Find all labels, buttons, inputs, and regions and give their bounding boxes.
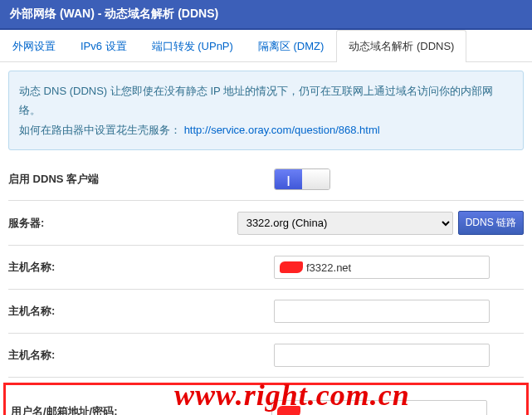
info-text: 动态 DNS (DDNS) 让您即使在没有静态 IP 地址的情况下，仍可在互联网… (19, 81, 513, 120)
row-enable: 启用 DDNS 客户端 | (8, 159, 524, 201)
label-host3: 主机名称: (8, 348, 274, 363)
label-host1: 主机名称: (8, 260, 274, 275)
host1-value: f3322.net (306, 261, 351, 274)
info-prefix: 如何在路由器中设置花生壳服务： (19, 124, 181, 136)
tab-dmz[interactable]: 隔离区 (DMZ) (246, 30, 336, 62)
label-user: 用户名/邮箱地址/密码: (11, 404, 271, 415)
host1-input[interactable]: f3322.net (274, 256, 490, 279)
row-host2: 主机名称: (8, 290, 524, 334)
row-server: 服务器: 3322.org (China) DDNS 链路 (8, 201, 524, 246)
info-howto: 如何在路由器中设置花生壳服务： http://service.oray.com/… (19, 120, 513, 139)
label-enable: 启用 DDNS 客户端 (8, 172, 274, 187)
tab-upnp[interactable]: 端口转发 (UPnP) (139, 30, 246, 62)
row-host1: 主机名称: f3322.net (8, 246, 524, 290)
row-host3: 主机名称: (8, 334, 524, 378)
toggle-off (302, 169, 329, 189)
redact-mark (277, 406, 300, 415)
toggle-on: | (275, 169, 302, 189)
tab-bar: 外网设置 IPv6 设置 端口转发 (UPnP) 隔离区 (DMZ) 动态域名解… (0, 30, 532, 62)
row-user: 用户名/邮箱地址/密码: (11, 388, 521, 415)
info-box: 动态 DNS (DDNS) 让您即使在没有静态 IP 地址的情况下，仍可在互联网… (8, 71, 524, 150)
select-server[interactable]: 3322.org (China) (237, 212, 453, 235)
toggle-enable[interactable]: | (274, 168, 330, 190)
label-host2: 主机名称: (8, 304, 274, 319)
label-server: 服务器: (8, 216, 237, 231)
tab-ipv6[interactable]: IPv6 设置 (68, 30, 139, 62)
page-header: 外部网络 (WAN) - 动态域名解析 (DDNS) (0, 0, 532, 30)
ddns-link-button[interactable]: DDNS 链路 (458, 211, 524, 235)
info-link[interactable]: http://service.oray.com/question/868.htm… (184, 124, 380, 136)
host2-input[interactable] (274, 300, 490, 323)
tab-ddns[interactable]: 动态域名解析 (DDNS) (336, 30, 466, 62)
tab-wan[interactable]: 外网设置 (0, 30, 68, 62)
form-rows: 启用 DDNS 客户端 | 服务器: 3322.org (China) DDNS… (8, 159, 524, 378)
redact-mark (280, 261, 303, 273)
host3-input[interactable] (274, 344, 490, 367)
user-input[interactable] (271, 400, 487, 415)
highlight-box: 用户名/邮箱地址/密码: 密码或 DDNS 密钥: (3, 383, 529, 415)
